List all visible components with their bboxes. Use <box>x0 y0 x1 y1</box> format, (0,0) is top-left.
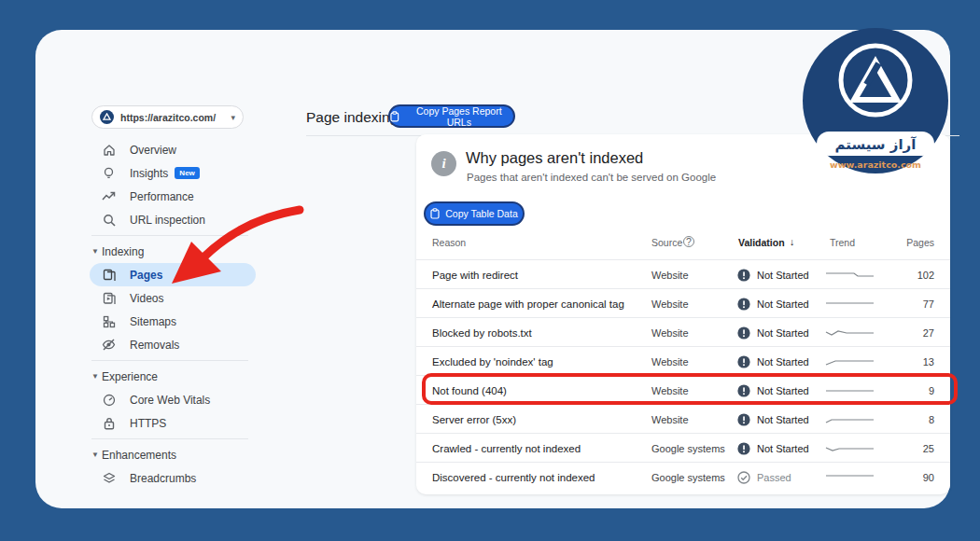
table-row-excluded-by-noindex-tag[interactable]: Excluded by 'noindex' tagWebsiteNot Star… <box>416 346 950 375</box>
sidebar-item-pages[interactable]: Pages <box>90 263 256 286</box>
why-pages-arent-indexed-card: i Why pages aren't indexed Pages that ar… <box>416 134 950 494</box>
chevron-down-icon[interactable]: ▾ <box>231 113 235 122</box>
cell-validation: Not Started <box>737 269 809 282</box>
table-row-page-with-redirect[interactable]: Page with redirectWebsiteNot Started102 <box>416 259 950 288</box>
sidebar-item-videos[interactable]: Videos <box>90 286 256 310</box>
sidebar-divider <box>91 235 248 236</box>
not-started-icon <box>737 442 750 455</box>
lightbulb-icon <box>102 166 116 180</box>
sidebar-item-breadcrumbs[interactable]: Breadcrumbs <box>90 466 256 490</box>
trend-sparkline <box>824 270 875 281</box>
cell-pages: 13 <box>923 356 934 368</box>
cell-reason: Not found (404) <box>432 385 507 396</box>
cell-pages: 27 <box>923 327 934 339</box>
cell-validation: Passed <box>737 471 791 484</box>
trend-sparkline <box>824 298 875 310</box>
chevron-down-icon: ▼ <box>91 451 102 459</box>
table-row-server-error-5xx[interactable]: Server error (5xx)WebsiteNot Started8 <box>416 404 950 433</box>
sidebar-item-core-web-vitals[interactable]: Core Web Vitals <box>90 388 256 411</box>
sidebar-item-overview[interactable]: Overview <box>90 138 256 161</box>
sidebar-section-enhancements[interactable]: ▼Enhancements <box>90 443 256 466</box>
eye-off-icon <box>102 338 116 352</box>
help-icon[interactable]: ? <box>683 236 694 247</box>
cell-reason: Discovered - currently not indexed <box>432 472 595 483</box>
cell-validation: Not Started <box>737 413 809 426</box>
sidebar-item-https[interactable]: HTTPS <box>90 411 256 435</box>
cell-reason: Excluded by 'noindex' tag <box>432 356 553 368</box>
cell-validation: Not Started <box>737 384 809 397</box>
cell-pages: 90 <box>923 472 934 483</box>
chevron-down-icon: ▼ <box>91 247 102 256</box>
breadcrumbs-icon <box>102 471 116 485</box>
column-header-pages[interactable]: Pages <box>906 237 934 248</box>
trend-sparkline <box>824 443 875 454</box>
copy-table-data-button[interactable]: Copy Table Data <box>424 201 525 226</box>
lock-icon <box>102 416 116 430</box>
copy-pages-report-urls-button[interactable]: Copy Pages Report URLs <box>388 104 515 128</box>
cell-pages: 77 <box>923 298 934 310</box>
card-subtitle: Pages that aren't indexed can't be serve… <box>467 172 716 183</box>
not-started-icon <box>737 269 750 282</box>
sidebar-divider <box>91 438 248 439</box>
cell-reason: Blocked by robots.txt <box>432 327 532 339</box>
column-header-validation[interactable]: Validation <box>738 237 785 248</box>
table-body: Page with redirectWebsiteNot Started102A… <box>416 259 950 491</box>
sidebar-item-url-inspection[interactable]: URL inspection <box>90 208 256 231</box>
cell-source: Website <box>651 356 689 368</box>
video-icon <box>102 291 116 305</box>
search-icon <box>102 213 116 227</box>
sidebar-section-indexing[interactable]: ▼Indexing <box>90 240 256 263</box>
column-header-reason[interactable]: Reason <box>432 237 466 248</box>
cell-pages: 9 <box>929 385 934 396</box>
cell-validation: Not Started <box>737 326 809 340</box>
trend-sparkline <box>824 414 875 425</box>
page-title: Page indexing <box>306 109 398 126</box>
performance-icon <box>102 189 116 203</box>
trend-sparkline <box>824 327 875 339</box>
app-window: https://arazitco.com/ ▾ OverviewInsights… <box>35 30 950 508</box>
trend-sparkline <box>824 472 875 483</box>
property-selector[interactable]: https://arazitco.com/ ▾ <box>91 105 244 129</box>
sort-desc-icon[interactable]: ↓ <box>790 236 794 247</box>
sidebar-item-removals[interactable]: Removals <box>90 333 256 356</box>
table-row-discovered-currently-not-indexed[interactable]: Discovered - currently not indexedGoogle… <box>416 462 950 491</box>
sitemap-icon <box>102 314 116 328</box>
chevron-down-icon: ▼ <box>91 372 102 381</box>
speedometer-icon <box>102 393 116 407</box>
pages-icon <box>102 268 116 282</box>
sidebar-section-experience[interactable]: ▼Experience <box>90 365 256 388</box>
not-started-icon <box>737 413 750 426</box>
cell-source: Google systems <box>651 472 725 483</box>
column-header-trend[interactable]: Trend <box>830 237 855 248</box>
cell-pages: 25 <box>923 443 934 454</box>
property-url: https://arazitco.com/ <box>120 112 229 123</box>
table-row-not-found-404[interactable]: Not found (404)WebsiteNot Started9 <box>416 375 950 404</box>
clipboard-icon <box>430 208 440 219</box>
cell-reason: Crawled - currently not indexed <box>432 443 581 454</box>
cell-reason: Page with redirect <box>432 270 518 281</box>
column-header-source[interactable]: Source <box>651 237 682 248</box>
cell-pages: 102 <box>917 270 934 281</box>
sidebar: OverviewInsightsNewPerformanceURL inspec… <box>90 138 256 490</box>
table-row-alternate-page-with-proper-canonical-tag[interactable]: Alternate page with proper canonical tag… <box>416 288 950 317</box>
table-header: Reason Source ? Validation ↓ Trend Pages <box>416 237 950 259</box>
sidebar-item-insights[interactable]: InsightsNew <box>90 161 256 185</box>
table-row-blocked-by-robots-txt[interactable]: Blocked by robots.txtWebsiteNot Started2… <box>416 317 950 346</box>
sidebar-item-sitemaps[interactable]: Sitemaps <box>90 310 256 333</box>
cell-source: Website <box>651 298 689 310</box>
not-started-icon <box>737 298 750 311</box>
cell-validation: Not Started <box>737 442 809 455</box>
cell-source: Google systems <box>651 443 725 454</box>
cell-pages: 8 <box>929 414 934 425</box>
home-icon <box>102 143 116 157</box>
sidebar-item-performance[interactable]: Performance <box>90 185 256 208</box>
cell-source: Website <box>651 414 689 425</box>
not-started-icon <box>737 326 750 340</box>
cell-validation: Not Started <box>737 298 809 311</box>
trend-sparkline <box>824 385 875 396</box>
arazitco-logo-icon <box>100 110 114 124</box>
card-title: Why pages aren't indexed <box>466 149 643 167</box>
passed-icon <box>737 471 750 484</box>
cell-validation: Not Started <box>737 355 809 368</box>
table-row-crawled-currently-not-indexed[interactable]: Crawled - currently not indexedGoogle sy… <box>416 433 950 462</box>
